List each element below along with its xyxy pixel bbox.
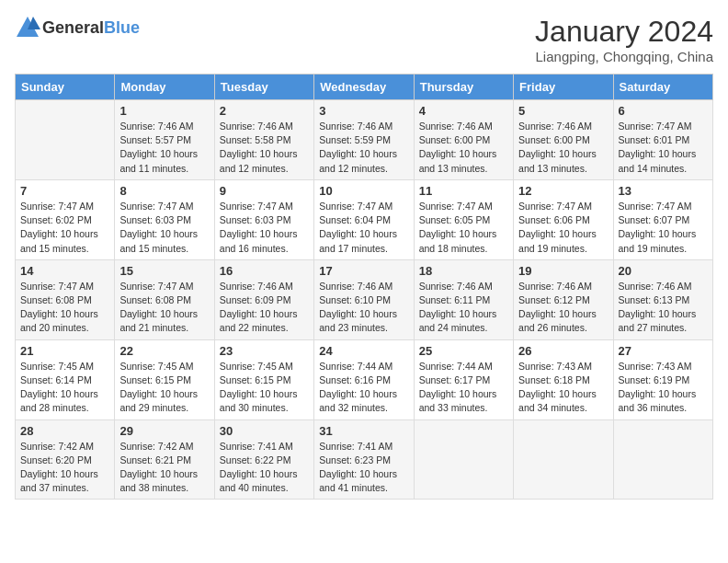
- day-number: 14: [20, 264, 109, 278]
- calendar-day-cell: 14Sunrise: 7:47 AM Sunset: 6:08 PM Dayli…: [16, 259, 115, 339]
- day-info: Sunrise: 7:47 AM Sunset: 6:05 PM Dayligh…: [419, 200, 508, 256]
- calendar-header-row: SundayMondayTuesdayWednesdayThursdayFrid…: [16, 75, 713, 100]
- calendar-day-cell: [613, 419, 712, 500]
- day-number: 21: [20, 344, 109, 358]
- calendar-day-cell: 25Sunrise: 7:44 AM Sunset: 6:17 PM Dayli…: [414, 339, 513, 419]
- logo-blue-text: Blue: [104, 18, 140, 37]
- day-info: Sunrise: 7:46 AM Sunset: 6:12 PM Dayligh…: [518, 280, 608, 336]
- calendar-day-cell: 9Sunrise: 7:47 AM Sunset: 6:03 PM Daylig…: [214, 179, 313, 259]
- day-info: Sunrise: 7:46 AM Sunset: 6:10 PM Dayligh…: [319, 280, 408, 336]
- day-number: 16: [220, 264, 309, 278]
- calendar-day-cell: 20Sunrise: 7:46 AM Sunset: 6:13 PM Dayli…: [613, 259, 712, 339]
- calendar-day-cell: 30Sunrise: 7:41 AM Sunset: 6:22 PM Dayli…: [214, 419, 313, 500]
- day-number: 15: [119, 264, 209, 278]
- day-info: Sunrise: 7:47 AM Sunset: 6:08 PM Dayligh…: [20, 280, 109, 336]
- day-number: 7: [20, 184, 109, 198]
- day-info: Sunrise: 7:47 AM Sunset: 6:08 PM Dayligh…: [119, 280, 209, 336]
- day-number: 12: [518, 184, 608, 198]
- calendar-day-cell: 16Sunrise: 7:46 AM Sunset: 6:09 PM Dayli…: [214, 259, 313, 339]
- day-number: 24: [319, 344, 408, 358]
- day-info: Sunrise: 7:41 AM Sunset: 6:22 PM Dayligh…: [220, 440, 309, 496]
- month-title: January 2024: [535, 15, 713, 49]
- day-info: Sunrise: 7:46 AM Sunset: 5:58 PM Dayligh…: [220, 120, 309, 176]
- calendar-day-cell: 7Sunrise: 7:47 AM Sunset: 6:02 PM Daylig…: [16, 179, 115, 259]
- day-number: 28: [20, 424, 109, 438]
- calendar-day-cell: [514, 419, 613, 500]
- day-number: 29: [119, 424, 209, 438]
- day-info: Sunrise: 7:44 AM Sunset: 6:16 PM Dayligh…: [319, 360, 408, 416]
- day-info: Sunrise: 7:42 AM Sunset: 6:20 PM Dayligh…: [20, 440, 109, 496]
- calendar-day-cell: 23Sunrise: 7:45 AM Sunset: 6:15 PM Dayli…: [214, 339, 313, 419]
- calendar-day-cell: 5Sunrise: 7:46 AM Sunset: 6:00 PM Daylig…: [514, 100, 613, 180]
- logo-general-text: General: [42, 18, 104, 37]
- logo-icon: [15, 15, 40, 40]
- day-number: 30: [220, 424, 309, 438]
- calendar-day-header: Tuesday: [214, 75, 313, 100]
- day-number: 10: [319, 184, 408, 198]
- calendar-week-row: 14Sunrise: 7:47 AM Sunset: 6:08 PM Dayli…: [16, 259, 713, 339]
- day-number: 1: [119, 104, 209, 118]
- calendar-day-cell: [16, 100, 115, 180]
- calendar-day-header: Monday: [115, 75, 214, 100]
- calendar-week-row: 28Sunrise: 7:42 AM Sunset: 6:20 PM Dayli…: [16, 419, 713, 500]
- calendar-day-header: Sunday: [16, 75, 115, 100]
- day-number: 13: [619, 184, 708, 198]
- day-info: Sunrise: 7:44 AM Sunset: 6:17 PM Dayligh…: [419, 360, 508, 416]
- day-number: 3: [319, 104, 408, 118]
- calendar-day-cell: 31Sunrise: 7:41 AM Sunset: 6:23 PM Dayli…: [314, 419, 414, 500]
- calendar-day-cell: 8Sunrise: 7:47 AM Sunset: 6:03 PM Daylig…: [115, 179, 214, 259]
- calendar-day-cell: 3Sunrise: 7:46 AM Sunset: 5:59 PM Daylig…: [314, 100, 414, 180]
- day-info: Sunrise: 7:46 AM Sunset: 6:00 PM Dayligh…: [419, 120, 508, 176]
- day-info: Sunrise: 7:46 AM Sunset: 6:00 PM Dayligh…: [518, 120, 608, 176]
- calendar-day-cell: 10Sunrise: 7:47 AM Sunset: 6:04 PM Dayli…: [314, 179, 414, 259]
- location-title: Liangping, Chongqing, China: [535, 49, 713, 64]
- day-number: 26: [518, 344, 608, 358]
- day-info: Sunrise: 7:47 AM Sunset: 6:03 PM Dayligh…: [220, 200, 309, 256]
- calendar-day-cell: 17Sunrise: 7:46 AM Sunset: 6:10 PM Dayli…: [314, 259, 414, 339]
- day-number: 27: [619, 344, 708, 358]
- day-info: Sunrise: 7:43 AM Sunset: 6:18 PM Dayligh…: [518, 360, 608, 416]
- calendar-day-cell: 12Sunrise: 7:47 AM Sunset: 6:06 PM Dayli…: [514, 179, 613, 259]
- calendar-week-row: 21Sunrise: 7:45 AM Sunset: 6:14 PM Dayli…: [16, 339, 713, 419]
- day-number: 20: [619, 264, 708, 278]
- day-number: 31: [319, 424, 408, 438]
- day-info: Sunrise: 7:45 AM Sunset: 6:14 PM Dayligh…: [20, 360, 109, 416]
- calendar-day-cell: 28Sunrise: 7:42 AM Sunset: 6:20 PM Dayli…: [16, 419, 115, 500]
- title-section: January 2024 Liangping, Chongqing, China: [535, 15, 713, 64]
- calendar-day-cell: 19Sunrise: 7:46 AM Sunset: 6:12 PM Dayli…: [514, 259, 613, 339]
- page-header: GeneralBlue January 2024 Liangping, Chon…: [15, 15, 713, 64]
- day-number: 19: [518, 264, 608, 278]
- calendar-day-header: Friday: [514, 75, 613, 100]
- calendar-day-cell: 29Sunrise: 7:42 AM Sunset: 6:21 PM Dayli…: [115, 419, 214, 500]
- calendar-day-cell: 24Sunrise: 7:44 AM Sunset: 6:16 PM Dayli…: [314, 339, 414, 419]
- calendar-week-row: 7Sunrise: 7:47 AM Sunset: 6:02 PM Daylig…: [16, 179, 713, 259]
- day-number: 2: [220, 104, 309, 118]
- day-number: 4: [419, 104, 508, 118]
- calendar-day-cell: 18Sunrise: 7:46 AM Sunset: 6:11 PM Dayli…: [414, 259, 513, 339]
- day-number: 17: [319, 264, 408, 278]
- day-info: Sunrise: 7:41 AM Sunset: 6:23 PM Dayligh…: [319, 440, 408, 496]
- calendar-day-cell: 4Sunrise: 7:46 AM Sunset: 6:00 PM Daylig…: [414, 100, 513, 180]
- calendar-day-header: Thursday: [414, 75, 513, 100]
- calendar-day-cell: 1Sunrise: 7:46 AM Sunset: 5:57 PM Daylig…: [115, 100, 214, 180]
- day-info: Sunrise: 7:47 AM Sunset: 6:02 PM Dayligh…: [20, 200, 109, 256]
- day-info: Sunrise: 7:46 AM Sunset: 5:57 PM Dayligh…: [119, 120, 209, 176]
- day-info: Sunrise: 7:47 AM Sunset: 6:07 PM Dayligh…: [619, 200, 708, 256]
- day-number: 5: [518, 104, 608, 118]
- day-number: 9: [220, 184, 309, 198]
- day-number: 25: [419, 344, 508, 358]
- day-info: Sunrise: 7:46 AM Sunset: 5:59 PM Dayligh…: [319, 120, 408, 176]
- day-info: Sunrise: 7:46 AM Sunset: 6:11 PM Dayligh…: [419, 280, 508, 336]
- calendar-day-cell: 11Sunrise: 7:47 AM Sunset: 6:05 PM Dayli…: [414, 179, 513, 259]
- day-number: 22: [119, 344, 209, 358]
- calendar-day-cell: 2Sunrise: 7:46 AM Sunset: 5:58 PM Daylig…: [214, 100, 313, 180]
- day-info: Sunrise: 7:47 AM Sunset: 6:06 PM Dayligh…: [518, 200, 608, 256]
- calendar-week-row: 1Sunrise: 7:46 AM Sunset: 5:57 PM Daylig…: [16, 100, 713, 180]
- day-info: Sunrise: 7:45 AM Sunset: 6:15 PM Dayligh…: [220, 360, 309, 416]
- calendar-day-cell: 15Sunrise: 7:47 AM Sunset: 6:08 PM Dayli…: [115, 259, 214, 339]
- calendar-day-cell: 26Sunrise: 7:43 AM Sunset: 6:18 PM Dayli…: [514, 339, 613, 419]
- day-number: 18: [419, 264, 508, 278]
- calendar-day-cell: 27Sunrise: 7:43 AM Sunset: 6:19 PM Dayli…: [613, 339, 712, 419]
- day-number: 6: [619, 104, 708, 118]
- day-number: 8: [119, 184, 209, 198]
